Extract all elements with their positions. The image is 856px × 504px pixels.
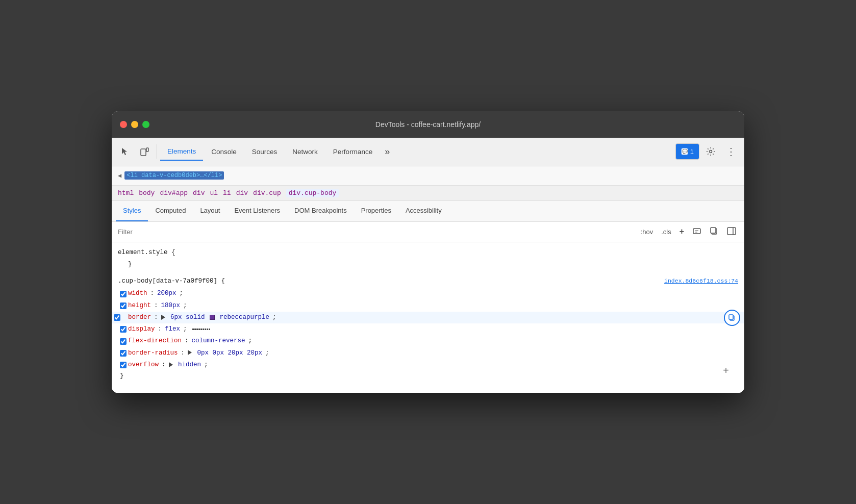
filter-input[interactable] bbox=[118, 228, 639, 236]
element-preview-arrow: ◀ bbox=[118, 172, 121, 180]
css-content-area: element.style { } .cup-body[data-v-7a0f9… bbox=[112, 242, 744, 393]
prop-display-checkbox[interactable] bbox=[120, 326, 127, 333]
subtab-styles[interactable]: Styles bbox=[116, 201, 148, 221]
flex-grid-icon[interactable] bbox=[192, 329, 210, 330]
svg-text:💬: 💬 bbox=[682, 148, 688, 155]
overflow-expand-icon[interactable] bbox=[169, 362, 173, 367]
subtab-accessibility[interactable]: Accessibility bbox=[398, 201, 449, 221]
prop-display-name: display bbox=[128, 324, 155, 335]
breadcrumb-div[interactable]: div bbox=[193, 189, 205, 197]
prop-width-checkbox[interactable] bbox=[120, 291, 127, 297]
subtab-layout[interactable]: Layout bbox=[193, 201, 227, 221]
prop-border-row: border : 6px solid rebeccapurple ; bbox=[112, 312, 744, 323]
prop-border-value-text: 6px solid bbox=[170, 314, 209, 321]
copy-all-declarations-button[interactable] bbox=[708, 225, 721, 238]
cursor-tool-button[interactable] bbox=[116, 142, 134, 161]
border-radius-expand-icon[interactable] bbox=[188, 350, 192, 355]
prop-border-radius-name: border-radius bbox=[128, 348, 178, 359]
settings-button[interactable] bbox=[701, 142, 720, 161]
svg-rect-5 bbox=[693, 229, 700, 234]
svg-rect-11 bbox=[729, 315, 733, 319]
breadcrumb-bar: html body div#app div ul li div div.cup … bbox=[112, 186, 744, 201]
element-style-rule: element.style { } bbox=[118, 247, 738, 270]
maximize-button[interactable] bbox=[142, 121, 149, 128]
svg-rect-0 bbox=[141, 149, 146, 156]
prop-overflow-name: overflow bbox=[128, 360, 159, 370]
subtab-event-listeners[interactable]: Event Listeners bbox=[227, 201, 287, 221]
subtab-properties[interactable]: Properties bbox=[354, 201, 398, 221]
prop-border-name: border bbox=[128, 312, 151, 323]
breadcrumb-ul[interactable]: ul bbox=[210, 189, 218, 197]
breadcrumb-body[interactable]: body bbox=[139, 189, 155, 197]
subtab-computed[interactable]: Computed bbox=[148, 201, 193, 221]
color-swatch[interactable] bbox=[210, 315, 215, 320]
border-expand-icon[interactable] bbox=[161, 315, 165, 320]
tab-performance[interactable]: Performance bbox=[326, 142, 380, 161]
tab-console[interactable]: Console bbox=[204, 142, 244, 161]
more-options-button[interactable]: ⋮ bbox=[722, 142, 740, 161]
breadcrumb-li[interactable]: li bbox=[223, 189, 231, 197]
breadcrumb-divcupbody[interactable]: div.cup-body bbox=[286, 189, 339, 197]
prop-flex-direction-row: flex-direction : column-reverse ; bbox=[118, 335, 738, 347]
prop-flex-direction-name: flex-direction bbox=[128, 336, 182, 346]
svg-point-4 bbox=[710, 150, 712, 153]
sub-tabs-bar: Styles Computed Layout Event Listeners D… bbox=[112, 201, 744, 222]
add-property-button[interactable]: + bbox=[720, 364, 732, 376]
issues-badge-button[interactable]: 💬 1 bbox=[675, 143, 699, 160]
tab-elements[interactable]: Elements bbox=[160, 142, 203, 161]
toggle-sidebar-button[interactable] bbox=[725, 225, 738, 238]
prop-overflow-row: overflow : hidden ; bbox=[118, 359, 738, 371]
prop-width-value: 200px bbox=[157, 288, 177, 299]
element-style-close: } bbox=[118, 259, 738, 270]
svg-rect-8 bbox=[727, 228, 736, 235]
breadcrumb-divapp[interactable]: div#app bbox=[160, 189, 188, 197]
devtools-window: DevTools - coffee-cart.netlify.app/ Elem… bbox=[112, 111, 744, 393]
prop-display-value: flex bbox=[165, 324, 180, 335]
breadcrumb-div2[interactable]: div bbox=[236, 189, 248, 197]
prop-height-value: 180px bbox=[161, 300, 181, 311]
close-button[interactable] bbox=[120, 121, 127, 128]
cup-body-selector: .cup-body[data-v-7a0f9f00] { index.8d6c6… bbox=[118, 276, 738, 287]
prop-border-color-name: rebeccapurple bbox=[220, 314, 270, 321]
filter-bar: :hov .cls + bbox=[112, 222, 744, 242]
prop-flex-direction-value: column-reverse bbox=[192, 336, 245, 346]
element-preview-row: ◀ <li data-v-cedb0deb>…</li> bbox=[112, 166, 744, 186]
subtab-dom-breakpoints[interactable]: DOM Breakpoints bbox=[287, 201, 354, 221]
prop-display-row: display : flex ; bbox=[118, 323, 738, 335]
traffic-lights bbox=[120, 121, 149, 128]
prop-border-checkbox[interactable] bbox=[114, 314, 120, 321]
prop-height-name: height bbox=[128, 300, 151, 311]
add-style-rule-button[interactable]: + bbox=[677, 226, 686, 237]
filter-actions: :hov .cls + bbox=[639, 225, 738, 238]
hov-button[interactable]: :hov bbox=[639, 227, 656, 237]
window-title: DevTools - coffee-cart.netlify.app/ bbox=[375, 120, 481, 129]
prop-flex-direction-checkbox[interactable] bbox=[120, 338, 127, 345]
breadcrumb-html[interactable]: html bbox=[118, 189, 134, 197]
prop-height-checkbox[interactable] bbox=[120, 303, 127, 309]
prop-height-row: height : 180px ; bbox=[118, 300, 738, 312]
tab-sources[interactable]: Sources bbox=[245, 142, 285, 161]
device-toolbar-button[interactable] bbox=[135, 142, 154, 161]
devtools-toolbar: Elements Console Sources Network Perform… bbox=[112, 138, 744, 166]
minimize-button[interactable] bbox=[131, 121, 138, 128]
breadcrumb-divcup[interactable]: div.cup bbox=[253, 189, 281, 197]
tab-network[interactable]: Network bbox=[285, 142, 325, 161]
element-preview-code: <li data-v-cedb0deb>…</li> bbox=[124, 171, 224, 180]
titlebar: DevTools - coffee-cart.netlify.app/ bbox=[112, 111, 744, 138]
cls-button[interactable]: .cls bbox=[659, 227, 673, 237]
source-link[interactable]: index.8d6c6f18.css:74 bbox=[664, 276, 738, 286]
prop-border-radius-value: 0px 0px 20px 20px bbox=[197, 349, 263, 357]
svg-rect-1 bbox=[146, 148, 148, 152]
prop-border-radius-row: border-radius : 0px 0px 20px 20px ; bbox=[118, 347, 738, 359]
prop-width-row: width : 200px ; bbox=[118, 288, 738, 299]
prop-width-name: width bbox=[128, 288, 147, 299]
prop-border-radius-checkbox[interactable] bbox=[120, 350, 127, 357]
prop-overflow-checkbox[interactable] bbox=[120, 362, 127, 368]
more-tabs-button[interactable]: » bbox=[381, 142, 394, 161]
prop-overflow-value: hidden bbox=[178, 361, 201, 368]
toolbar-divider bbox=[157, 144, 157, 159]
toggle-element-state-button[interactable] bbox=[690, 225, 703, 238]
styles-panel: :hov .cls + bbox=[112, 222, 744, 393]
selector-text: element.style { bbox=[118, 249, 175, 256]
cup-body-rule: .cup-body[data-v-7a0f9f00] { index.8d6c6… bbox=[118, 276, 738, 382]
